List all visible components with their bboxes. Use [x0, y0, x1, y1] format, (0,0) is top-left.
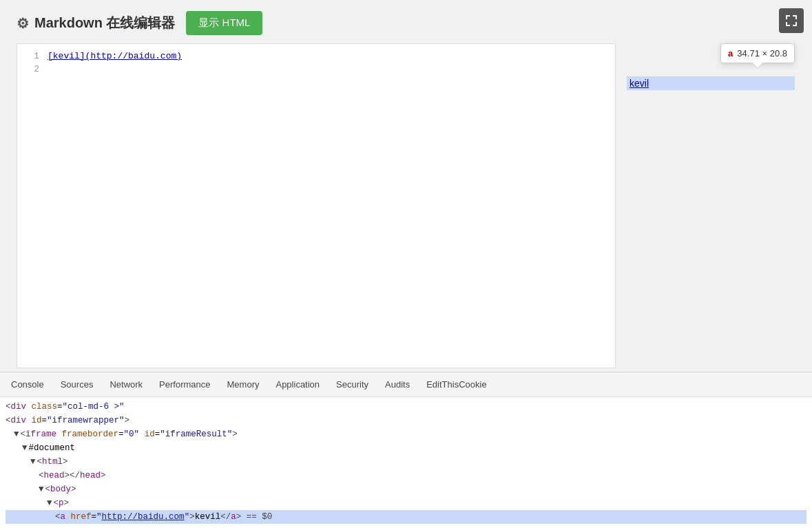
html-line-document: ▼#document	[6, 441, 806, 455]
tooltip-arrow	[753, 63, 762, 68]
gear-icon: ⚙	[17, 15, 29, 32]
tab-audits[interactable]: Audits	[377, 372, 418, 396]
element-tooltip: a 34.71 × 20.8	[720, 43, 795, 63]
devtools-panel: Console Sources Network Performance Memo…	[0, 372, 812, 530]
tag-text: <div class="col-md-6 >"	[6, 402, 125, 412]
tab-security[interactable]: Security	[328, 372, 377, 396]
tree-expand-html[interactable]: ▼	[30, 457, 36, 467]
html-line-div-wrapper: <div id="iframewrapper">	[6, 414, 806, 427]
page-container: ⚙ Markdown 在线编辑器 显示 HTML 1 [kevil](http:…	[0, 0, 812, 530]
html-line-p: ▼<p>	[6, 496, 806, 510]
code-line-1: 1 [kevil](http://baidu.com)	[17, 50, 615, 63]
expand-button[interactable]	[779, 8, 804, 33]
tab-memory[interactable]: Memory	[219, 372, 268, 396]
expand-icon	[785, 14, 798, 27]
tab-sources[interactable]: Sources	[52, 372, 102, 396]
tooltip-tag: a	[728, 48, 733, 59]
editor-title-text: Markdown 在线编辑器	[34, 14, 175, 32]
md-link-text: [kevil](http://baidu.com)	[48, 51, 182, 61]
html-line-a[interactable]: <a href="http://baidu.com">kevil</a> == …	[6, 510, 806, 524]
line-content-1: [kevil](http://baidu.com)	[48, 51, 182, 61]
preview-link[interactable]: kevil	[627, 76, 795, 90]
tooltip-dimensions: 34.71 × 20.8	[737, 48, 787, 59]
tab-network[interactable]: Network	[101, 372, 151, 396]
html-line-iframe: ▼<iframe frameborder="0" id="iframeResul…	[6, 427, 806, 441]
editor-header: ⚙ Markdown 在线编辑器 显示 HTML	[17, 11, 795, 35]
tree-expand-p[interactable]: ▼	[47, 498, 52, 508]
tab-editthiscookie[interactable]: EditThisCookie	[418, 372, 495, 396]
tree-expand-document[interactable]: ▼	[22, 443, 28, 453]
code-line-2: 2	[17, 63, 615, 76]
tab-console[interactable]: Console	[3, 372, 52, 396]
tree-expand-body[interactable]: ▼	[39, 485, 44, 494]
devtools-content[interactable]: <div class="col-md-6 >" <div id="iframew…	[0, 397, 812, 530]
html-line-body: ▼<body>	[6, 483, 806, 496]
html-line-head: <head></head>	[6, 469, 806, 483]
tab-performance[interactable]: Performance	[151, 372, 218, 396]
preview-area: a 34.71 × 20.8 kevil	[616, 43, 795, 368]
editor-title: ⚙ Markdown 在线编辑器	[17, 14, 175, 32]
html-line-div-col: <div class="col-md-6 >"	[6, 400, 806, 414]
code-editor[interactable]: 1 [kevil](http://baidu.com) 2	[17, 43, 616, 368]
line-number-2: 2	[23, 64, 39, 74]
editor-content-wrapper: 1 [kevil](http://baidu.com) 2 a 34.71 × …	[17, 43, 795, 368]
editor-area: ⚙ Markdown 在线编辑器 显示 HTML 1 [kevil](http:…	[0, 0, 812, 372]
tab-application[interactable]: Application	[267, 372, 328, 396]
devtools-tabs: Console Sources Network Performance Memo…	[0, 372, 812, 397]
html-line-html: ▼<html>	[6, 455, 806, 469]
show-html-button[interactable]: 显示 HTML	[186, 11, 262, 35]
tree-expand-iframe[interactable]: ▼	[14, 430, 19, 439]
line-number-1: 1	[23, 51, 39, 61]
